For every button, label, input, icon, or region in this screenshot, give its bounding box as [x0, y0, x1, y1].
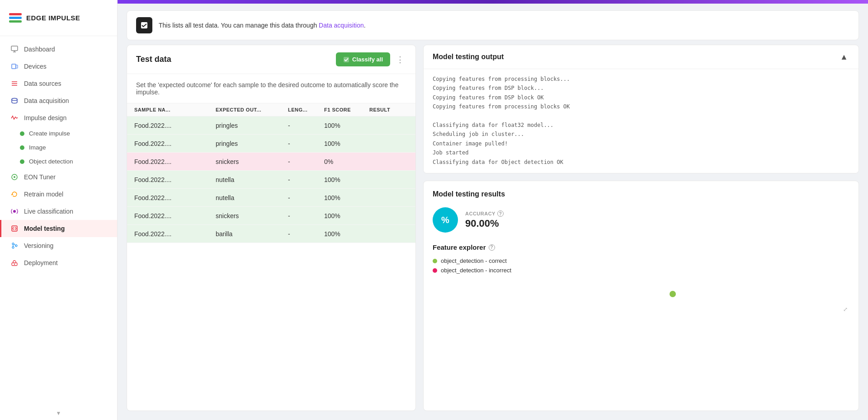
cell-sample-5: Food.2022.... — [134, 194, 216, 201]
legend-items: object_detection - correct object_detect… — [433, 257, 849, 274]
sidebar-label-eon-tuner: EON Tuner — [24, 173, 56, 181]
dot-create-impulse — [20, 131, 24, 136]
legend-item-correct: object_detection - correct — [433, 257, 849, 264]
test-data-menu-button[interactable]: ⋮ — [394, 53, 406, 66]
row-menu-3[interactable]: ⋮ — [406, 157, 415, 166]
accuracy-help-icon[interactable]: ? — [497, 210, 504, 217]
row-menu-2[interactable]: ⋮ — [406, 139, 415, 148]
cell-sample-7: Food.2022.... — [134, 230, 216, 238]
info-banner-text: This lists all test data. You can manage… — [159, 22, 366, 29]
classify-all-button[interactable]: Classify all — [336, 52, 390, 66]
cell-sample-3: Food.2022.... — [134, 158, 216, 165]
sidebar-subitem-object-detection[interactable]: Object detection — [0, 154, 117, 168]
log-line-9: Classifying data for Object detection OK — [433, 158, 849, 167]
cell-f1-5: 100% — [324, 194, 369, 201]
sidebar-label-retrain: Retrain model — [24, 191, 63, 198]
model-output-panel: Model testing output ▲ Copying features … — [423, 45, 859, 173]
log-line-8: Job started — [433, 148, 849, 157]
sidebar-nav: Dashboard Devices Data sources — [0, 36, 117, 406]
impulse-icon — [10, 114, 19, 122]
feature-explorer-title: Feature explorer ? — [433, 243, 849, 251]
col-header-expected: EXPECTED OUT... — [216, 107, 288, 112]
sidebar-subitem-create-impulse[interactable]: Create impulse — [0, 126, 117, 140]
cell-sample-4: Food.2022.... — [134, 176, 216, 183]
log-line-blank2 — [433, 167, 849, 173]
cell-sample-6: Food.2022.... — [134, 212, 216, 219]
sidebar-label-devices: Devices — [24, 63, 47, 70]
row-menu-1[interactable]: ⋮ — [406, 121, 415, 130]
sidebar-item-impulse-design[interactable]: Impulse design — [0, 109, 117, 126]
scatter-expand-icon[interactable]: ⤢ — [843, 306, 848, 313]
sidebar-item-devices[interactable]: Devices — [0, 58, 117, 75]
sidebar-label-data-acquisition: Data acquisition — [24, 97, 69, 104]
collapse-button[interactable]: ▲ — [839, 51, 849, 62]
retrain-icon — [10, 190, 19, 198]
row-menu-6[interactable]: ⋮ — [406, 211, 415, 220]
sidebar-label-model-testing: Model testing — [24, 225, 65, 232]
sidebar: EDGE IMPULSE Dashboard Devices — [0, 0, 118, 420]
content-panels: Test data Classify all ⋮ Set the 'expect… — [118, 45, 868, 420]
col-header-actions — [406, 107, 415, 112]
table-row: Food.2022.... barilla - 100% ⋮ — [127, 225, 415, 243]
cell-expected-7: barilla — [216, 230, 288, 238]
sidebar-item-live-classification[interactable]: Live classification — [0, 203, 117, 220]
row-menu-4[interactable]: ⋮ — [406, 175, 415, 184]
accuracy-info: ACCURACY ? 90.00% — [465, 210, 504, 229]
sidebar-label-image: Image — [29, 144, 46, 151]
col-header-f1: F1 SCORE — [324, 107, 369, 112]
legend-label-correct: object_detection - correct — [441, 257, 507, 264]
sidebar-item-retrain[interactable]: Retrain model — [0, 186, 117, 203]
log-line-6: Scheduling job in cluster... — [433, 130, 849, 139]
svg-point-11 — [13, 210, 16, 213]
sidebar-subitem-image[interactable]: Image — [0, 140, 117, 154]
cell-sample-2: Food.2022.... — [134, 140, 216, 147]
svg-rect-4 — [16, 65, 18, 68]
sidebar-label-object-detection: Object detection — [29, 158, 73, 165]
sidebar-label-dashboard: Dashboard — [24, 46, 55, 53]
dot-image — [20, 145, 24, 150]
cell-length-4: - — [288, 176, 324, 183]
test-data-panel: Test data Classify all ⋮ Set the 'expect… — [127, 45, 416, 411]
data-acquisition-link[interactable]: Data acquisition — [319, 22, 364, 29]
feature-explorer-help-icon[interactable]: ? — [489, 244, 495, 251]
testing-icon — [10, 224, 19, 233]
sidebar-item-versioning[interactable]: Versioning — [0, 237, 117, 254]
cell-length-6: - — [288, 212, 324, 219]
sidebar-item-deployment[interactable]: Deployment — [0, 254, 117, 271]
sidebar-item-eon-tuner[interactable]: EON Tuner — [0, 168, 117, 186]
top-accent-bar — [118, 0, 868, 4]
sidebar-label-deployment: Deployment — [24, 259, 58, 266]
legend-label-incorrect: object_detection - incorrect — [441, 267, 511, 274]
deployment-icon — [10, 259, 19, 267]
results-title: Model testing results — [433, 190, 849, 198]
log-line-3: Copying features from DSP block OK — [433, 93, 849, 102]
cell-length-2: - — [288, 140, 324, 147]
svg-point-14 — [12, 243, 14, 245]
sidebar-item-data-sources[interactable]: Data sources — [0, 75, 117, 92]
row-menu-5[interactable]: ⋮ — [406, 193, 415, 202]
log-line-blank — [433, 112, 849, 121]
logo-bar-red — [9, 13, 22, 15]
log-area: Copying features from processing blocks.… — [424, 69, 859, 173]
log-line-5: Classifying data for float32 model... — [433, 121, 849, 130]
log-line-1: Copying features from processing blocks.… — [433, 75, 849, 84]
sidebar-item-model-testing[interactable]: Model testing — [0, 220, 117, 237]
table-row: Food.2022.... nutella - 100% ⋮ — [127, 189, 415, 207]
info-banner: This lists all test data. You can manage… — [127, 10, 859, 40]
table-row: Food.2022.... pringles - 100% ⋮ — [127, 117, 415, 135]
svg-rect-0 — [11, 46, 18, 51]
sidebar-scroll-down: ▼ — [0, 406, 117, 420]
sidebar-item-data-acquisition[interactable]: Data acquisition — [0, 92, 117, 109]
sidebar-label-data-sources: Data sources — [24, 80, 61, 87]
table-row: Food.2022.... snickers - 100% ⋮ — [127, 207, 415, 225]
cell-expected-1: pringles — [216, 122, 288, 129]
row-menu-7[interactable]: ⋮ — [406, 229, 415, 238]
cell-expected-4: nutella — [216, 176, 288, 183]
table-row: Food.2022.... pringles - 100% ⋮ — [127, 135, 415, 153]
logo-area: EDGE IMPULSE — [0, 0, 117, 36]
accuracy-row: % ACCURACY ? 90.00% — [433, 207, 849, 233]
cell-f1-3: 0% — [324, 158, 369, 165]
sidebar-item-dashboard[interactable]: Dashboard — [0, 41, 117, 58]
logo-icon — [9, 13, 22, 23]
cell-f1-7: 100% — [324, 230, 369, 238]
